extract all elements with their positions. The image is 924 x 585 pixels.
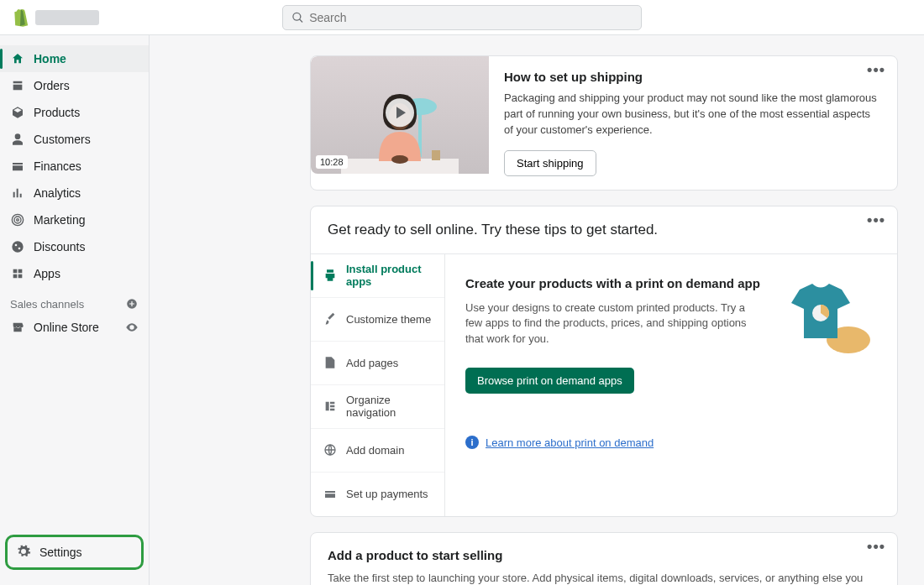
sales-channels-header: Sales channels: [0, 287, 149, 314]
sidebar-item-settings[interactable]: Settings: [5, 535, 144, 570]
products-icon: [10, 105, 25, 120]
globe-icon: [323, 442, 338, 457]
more-icon[interactable]: •••: [867, 543, 885, 550]
settings-label: Settings: [39, 546, 82, 559]
shipping-desc: Packaging and shipping your product may …: [504, 91, 882, 138]
tip-add-pages[interactable]: Add pages: [311, 342, 444, 385]
tip-payments[interactable]: Set up payments: [311, 473, 444, 516]
tips-content-title: Create your products with a print on dem…: [465, 274, 763, 292]
tip-label: Add pages: [346, 357, 398, 369]
sidebar-item-label: Analytics: [34, 186, 81, 200]
sidebar-item-label: Home: [34, 52, 66, 65]
store-icon: [10, 320, 25, 335]
sidebar-item-products[interactable]: Products: [0, 99, 149, 126]
shipping-card: 10:28 ••• How to set up shipping Packagi…: [310, 55, 898, 191]
payment-icon: [323, 487, 338, 502]
sidebar-item-marketing[interactable]: Marketing: [0, 206, 149, 233]
shipping-title: How to set up shipping: [504, 70, 882, 84]
search-input[interactable]: [309, 11, 633, 24]
search-box[interactable]: [282, 5, 642, 30]
sales-channels-label: Sales channels: [10, 298, 84, 311]
pages-icon: [323, 355, 338, 370]
brush-icon: [323, 311, 338, 326]
sidebar-item-analytics[interactable]: Analytics: [0, 180, 149, 206]
tip-organize-nav[interactable]: Organize navigation: [311, 385, 444, 429]
discounts-icon: [10, 239, 25, 254]
sidebar-item-label: Customers: [34, 133, 91, 146]
info-icon: i: [465, 436, 479, 449]
svg-point-6: [391, 155, 408, 164]
video-person-illustration: [341, 81, 459, 174]
sidebar-item-label: Discounts: [34, 240, 85, 253]
sidebar-item-label: Finances: [34, 159, 81, 173]
tip-customize-theme[interactable]: Customize theme: [311, 298, 444, 342]
tip-add-domain[interactable]: Add domain: [311, 429, 444, 473]
tip-install-apps[interactable]: Install product apps: [311, 254, 444, 298]
print-icon: [323, 268, 338, 283]
marketing-icon: [10, 212, 25, 227]
tips-card: ••• Get ready to sell online. Try these …: [310, 206, 898, 517]
tshirt-illustration: [783, 279, 877, 355]
learn-more-link[interactable]: Learn more about print on demand: [486, 436, 654, 449]
tip-label: Customize theme: [346, 313, 431, 326]
navigation-icon: [323, 399, 338, 414]
sidebar-item-label: Marketing: [34, 213, 85, 227]
browse-apps-button[interactable]: Browse print on demand apps: [465, 368, 634, 394]
view-store-icon[interactable]: [125, 321, 139, 334]
tips-content-desc: Use your designs to create custom printe…: [465, 300, 763, 348]
tip-label: Install product apps: [346, 263, 433, 288]
store-name-placeholder: [35, 10, 99, 25]
customers-icon: [10, 132, 25, 147]
sidebar-item-discounts[interactable]: Discounts: [0, 233, 149, 260]
search-icon: [291, 11, 304, 24]
more-icon[interactable]: •••: [867, 66, 885, 73]
sidebar-item-label: Online Store: [34, 321, 99, 334]
finances-icon: [10, 159, 25, 174]
sidebar-item-apps[interactable]: Apps: [0, 260, 149, 287]
add-product-card: ••• Add a product to start selling Take …: [310, 532, 898, 585]
gear-icon: [16, 544, 31, 561]
logo-area: [12, 8, 99, 27]
sidebar-item-finances[interactable]: Finances: [0, 153, 149, 180]
start-shipping-button[interactable]: Start shipping: [504, 150, 596, 176]
add-product-desc: Take the first step to launching your st…: [328, 571, 880, 585]
play-icon: [386, 98, 414, 127]
sidebar: Home Orders Products Customers Finances …: [0, 35, 150, 585]
tip-label: Add domain: [346, 444, 404, 457]
sidebar-item-online-store[interactable]: Online Store: [0, 314, 149, 341]
more-icon[interactable]: •••: [867, 217, 885, 223]
main-content: 10:28 ••• How to set up shipping Packagi…: [150, 0, 924, 585]
shipping-video-thumb[interactable]: 10:28: [311, 56, 489, 174]
tips-list: Install product apps Customize theme Add…: [311, 254, 445, 516]
sidebar-item-customers[interactable]: Customers: [0, 126, 149, 153]
tip-label: Organize navigation: [346, 394, 433, 419]
sidebar-item-home[interactable]: Home: [0, 45, 149, 72]
svg-rect-4: [432, 150, 440, 160]
sidebar-item-orders[interactable]: Orders: [0, 72, 149, 99]
orders-icon: [10, 78, 25, 93]
sidebar-item-label: Apps: [34, 267, 60, 280]
tip-label: Set up payments: [346, 488, 428, 500]
analytics-icon: [10, 185, 25, 201]
sidebar-item-label: Products: [34, 106, 80, 119]
tips-heading: Get ready to sell online. Try these tips…: [328, 222, 880, 238]
video-duration: 10:28: [316, 155, 348, 169]
add-channel-icon[interactable]: [125, 297, 139, 311]
add-product-title: Add a product to start selling: [328, 548, 880, 562]
topbar: [0, 0, 924, 35]
home-icon: [10, 51, 25, 66]
sidebar-item-label: Orders: [34, 79, 70, 92]
apps-icon: [10, 266, 25, 281]
shopify-logo-icon: [12, 8, 29, 27]
